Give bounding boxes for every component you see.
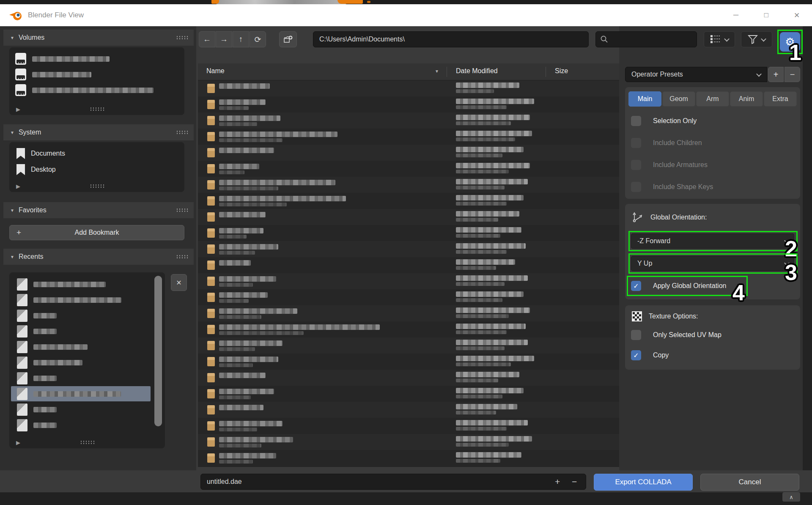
expand-region-button[interactable]: ∧ (782, 492, 800, 502)
add-bookmark-button[interactable]: + Add Bookmark (9, 225, 184, 240)
display-mode-button[interactable] (704, 31, 735, 47)
panel-grip-icon[interactable] (80, 440, 94, 445)
export-collada-button[interactable]: Export COLLADA (594, 474, 693, 491)
file-row[interactable] (198, 161, 619, 177)
maximize-button[interactable]: □ (751, 4, 782, 26)
file-row[interactable] (198, 386, 619, 402)
column-size[interactable]: Size (555, 67, 568, 75)
expand-arrow-icon[interactable]: ▶ (16, 183, 20, 189)
option-copy[interactable]: ✓Copy (631, 348, 669, 363)
file-row[interactable] (198, 354, 619, 370)
recent-item[interactable] (11, 339, 151, 354)
file-row[interactable] (198, 402, 619, 418)
filter-button[interactable] (741, 31, 772, 47)
option-selection-only[interactable]: Selection Only (631, 113, 697, 129)
sort-direction-icon[interactable]: ▼ (435, 69, 439, 74)
create-directory-button[interactable] (279, 31, 297, 47)
preset-add-button[interactable]: + (768, 67, 784, 82)
file-row[interactable] (198, 273, 619, 289)
option-only-selected-uv-map[interactable]: Only Selected UV Map (631, 327, 721, 343)
option-include-armatures[interactable]: Include Armatures (631, 157, 708, 173)
file-row[interactable] (198, 209, 619, 225)
system-item-documents[interactable]: Documents (9, 146, 184, 161)
volume-item[interactable] (9, 83, 184, 97)
apply-global-orientation-option[interactable]: ✓ Apply Global Orientation (631, 278, 726, 294)
checkbox-unchecked-icon[interactable] (631, 182, 641, 192)
file-row[interactable] (198, 321, 619, 338)
file-row[interactable] (198, 450, 619, 466)
checkbox-checked-icon[interactable]: ✓ (631, 350, 641, 360)
file-row[interactable] (198, 80, 619, 96)
cancel-button[interactable]: Cancel (700, 474, 799, 491)
tab-main[interactable]: Main (628, 91, 661, 107)
decrement-filename-button[interactable]: − (572, 477, 577, 487)
expand-arrow-icon[interactable]: ▶ (16, 106, 20, 113)
tab-anim[interactable]: Anim (730, 91, 763, 107)
file-row[interactable] (198, 241, 619, 257)
recent-item[interactable] (11, 324, 151, 339)
recent-item[interactable] (11, 402, 151, 417)
search-field[interactable] (595, 31, 697, 47)
checkbox-checked-icon[interactable]: ✓ (631, 281, 641, 291)
file-row[interactable] (198, 289, 619, 305)
titlebar[interactable]: Blender File View ─ □ ✕ (0, 4, 812, 26)
file-row[interactable] (198, 434, 619, 450)
clear-recents-button[interactable]: ✕ (171, 274, 187, 291)
panel-grip-icon[interactable] (90, 184, 104, 189)
file-row[interactable] (198, 177, 619, 193)
panel-grip-icon[interactable] (90, 107, 104, 112)
preset-remove-button[interactable]: − (785, 67, 800, 82)
recent-item[interactable] (11, 371, 151, 386)
filename-input[interactable] (200, 474, 586, 490)
volume-item[interactable] (9, 52, 184, 66)
recent-item[interactable] (11, 417, 151, 433)
tab-geom[interactable]: Geom (662, 91, 695, 107)
option-include-children[interactable]: Include Children (631, 135, 702, 151)
file-row[interactable] (198, 370, 619, 386)
file-row[interactable] (198, 193, 619, 209)
recents-section-header[interactable]: ▼ Recents (3, 249, 194, 265)
file-row[interactable] (198, 338, 619, 354)
favorites-section-header[interactable]: ▼ Favorites (3, 202, 194, 218)
tab-arm[interactable]: Arm (696, 91, 729, 107)
recent-item[interactable] (11, 292, 151, 307)
column-divider[interactable] (447, 67, 447, 77)
recent-item[interactable] (11, 355, 151, 370)
file-row[interactable] (198, 305, 619, 321)
recent-item[interactable] (11, 308, 151, 323)
tab-extra[interactable]: Extra (764, 91, 797, 107)
recent-item[interactable] (11, 386, 151, 401)
up-axis-dropdown[interactable]: Y Up (631, 256, 794, 271)
close-button[interactable]: ✕ (782, 4, 812, 26)
column-date-modified[interactable]: Date Modified (456, 67, 498, 75)
volume-item[interactable] (9, 67, 184, 82)
option-include-shape-keys[interactable]: Include Shape Keys (631, 179, 713, 195)
minimize-button[interactable]: ─ (721, 4, 751, 26)
file-row[interactable] (198, 257, 619, 273)
parent-directory-button[interactable]: ↑ (233, 31, 249, 47)
forward-axis-dropdown[interactable]: -Z Forward (631, 233, 794, 249)
file-row[interactable] (198, 145, 619, 161)
back-button[interactable]: ← (199, 31, 215, 47)
recents-scrollbar[interactable] (154, 276, 162, 426)
file-row[interactable] (198, 129, 619, 145)
checkbox-unchecked-icon[interactable] (631, 116, 641, 126)
forward-button[interactable]: → (216, 31, 232, 47)
checkbox-unchecked-icon[interactable] (631, 330, 641, 340)
file-row[interactable] (198, 418, 619, 434)
operator-presets-dropdown[interactable]: Operator Presets (625, 67, 767, 82)
file-row[interactable] (198, 113, 619, 129)
path-input[interactable] (313, 31, 589, 47)
column-divider[interactable] (546, 67, 546, 77)
checkbox-unchecked-icon[interactable] (631, 160, 641, 170)
refresh-button[interactable]: ⟳ (250, 31, 266, 47)
system-item-desktop[interactable]: Desktop (9, 162, 184, 177)
volumes-section-header[interactable]: ▼ Volumes (3, 30, 194, 46)
file-row[interactable] (198, 96, 619, 113)
recent-item[interactable] (11, 277, 151, 292)
column-name[interactable]: Name (206, 67, 225, 75)
increment-filename-button[interactable]: + (555, 477, 560, 487)
expand-arrow-icon[interactable]: ▶ (16, 439, 20, 446)
system-section-header[interactable]: ▼ System (3, 124, 194, 140)
file-row[interactable] (198, 225, 619, 241)
